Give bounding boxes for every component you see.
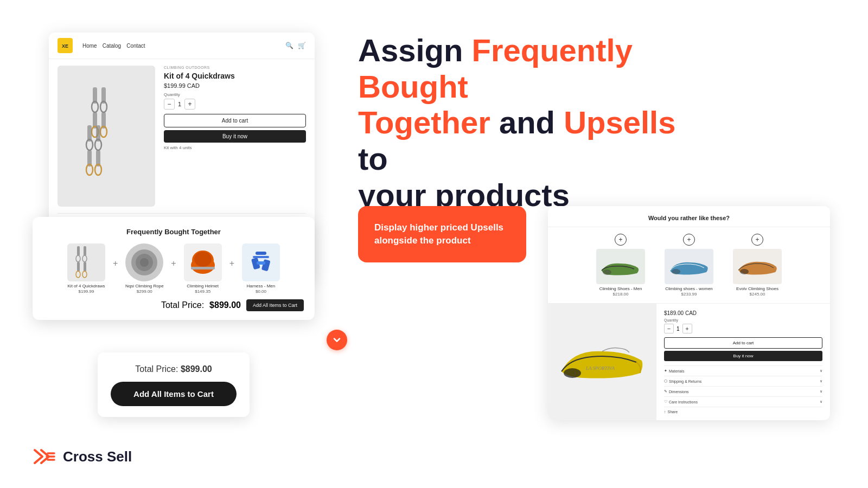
svg-point-19 — [76, 255, 80, 262]
qty-increase[interactable]: + — [184, 99, 195, 110]
shoe-shipping-icon: ⬡ — [664, 379, 667, 383]
upsell-product-1: + Climbing Shoes - Men $218.00 — [591, 234, 650, 297]
fbt-title: Frequently Bought Together — [43, 228, 304, 236]
svg-point-23 — [82, 255, 87, 262]
upsell-img-2 — [665, 249, 713, 284]
upsell-plus-icon-2[interactable]: + — [683, 234, 695, 246]
shoe-shipping-arrow: ∨ — [820, 379, 822, 383]
cart-icon[interactable]: 🛒 — [298, 42, 306, 49]
shoe-add-cart-button[interactable]: Add to cart — [664, 337, 822, 349]
product-brand: CLIMBING OUTDOORS — [164, 66, 306, 69]
brand-footer: Cross Sell — [33, 445, 132, 468]
shoe-materials-arrow: ∨ — [820, 369, 822, 373]
upsell-badge: Display higher priced Upsells alongside … — [358, 206, 526, 262]
fbt-products: Kit of 4 Quickdraws $199.99 + Nqsi Climb… — [43, 243, 304, 294]
shoe-acc-shipping[interactable]: ⬡ Shipping & Returns ∨ — [664, 376, 822, 386]
svg-rect-37 — [257, 261, 265, 265]
nav-catalog[interactable]: Catalog — [103, 43, 121, 49]
shoe-qty-increase[interactable]: + — [682, 324, 692, 333]
upsell-pname-2: Climbing shoes - women — [665, 286, 713, 292]
svg-point-31 — [194, 252, 212, 267]
brand-name: Cross Sell — [63, 448, 132, 465]
upsell-plus-icon-3[interactable]: + — [751, 234, 763, 246]
shoe-care-icon: ♡ — [664, 400, 667, 404]
qty-decrease[interactable]: − — [164, 99, 175, 110]
fbt-img-3 — [184, 243, 222, 281]
upsell-badge-text: Display higher priced Upsells alongside … — [374, 222, 503, 246]
shoe-price: $189.00 CAD — [664, 310, 822, 316]
svg-point-41 — [564, 368, 581, 378]
shoe-share-row[interactable]: ↑ Share — [664, 407, 822, 414]
svg-rect-22 — [84, 246, 86, 256]
shoe-materials-icon: ✦ — [664, 369, 667, 373]
svg-point-38 — [603, 269, 611, 275]
left-panel: XE Home Catalog Contact 🔍 🛒 — [33, 33, 336, 445]
big-add-card: Total Price: $899.00 Add All Items to Ca… — [98, 352, 250, 417]
upsell-img-3 — [733, 249, 782, 284]
nav-home[interactable]: Home — [82, 43, 97, 49]
upsell-plus-icon-1[interactable]: + — [615, 234, 627, 246]
nav-contact[interactable]: Contact — [126, 43, 145, 49]
upsell-product-2: + Climbing shoes - women $233.99 — [659, 234, 719, 297]
shoe-buy-now-button[interactable]: Buy it now — [664, 351, 822, 361]
buy-now-button[interactable]: Buy it now — [164, 130, 306, 143]
fbt-card: Frequently Bought Together Ki — [33, 217, 315, 320]
fbt-product-4: Harness - Men $0.00 — [237, 243, 285, 294]
svg-text:LA SPORTIVA: LA SPORTIVA — [585, 365, 615, 371]
shoe-dimensions-icon: ✎ — [664, 389, 667, 394]
shoe-care-arrow: ∨ — [820, 400, 822, 404]
fbt-summary: Total Price: $899.00 Add All Items to Ca… — [43, 299, 304, 311]
svg-point-25 — [82, 271, 87, 278]
nav-links: Home Catalog Contact — [82, 43, 145, 49]
shopify-logo: XE — [58, 38, 73, 53]
svg-point-21 — [76, 271, 80, 278]
svg-point-40 — [740, 269, 749, 274]
plus-2: + — [171, 259, 176, 268]
upsell-product-3: + Evolv Climbing Shoes $245.00 — [727, 234, 787, 297]
would-you-title: Would you rather like these? — [648, 215, 730, 221]
add-all-items-button[interactable]: Add All Items to Cart — [111, 382, 237, 406]
shoe-product-section: LA SPORTIVA $189.00 CAD Quantity − 1 + A… — [548, 303, 830, 420]
fbt-price-3: $149.35 — [195, 289, 210, 294]
upsell-pprice-2: $233.99 — [681, 292, 697, 297]
product-area: CLIMBING OUTDOORS Kit of 4 Quickdraws $1… — [49, 59, 315, 213]
fbt-name-3: Climbing Helmet — [187, 284, 219, 289]
collapse-chevron[interactable] — [327, 330, 347, 350]
fbt-total-price: $899.00 — [209, 300, 241, 310]
shoe-qty-decrease[interactable]: − — [664, 324, 674, 333]
svg-text:XE: XE — [62, 43, 68, 49]
shoe-share-icon: ↑ — [664, 410, 666, 414]
shoe-accordion: ✦ Materials ∨ ⬡ Shipping & Returns ∨ ✎ D… — [664, 365, 822, 414]
fbt-price-2: $299.00 — [137, 289, 152, 294]
upsell-card: Would you rather like these? + Climbing … — [548, 206, 830, 420]
upsell-img-1 — [596, 249, 645, 284]
fbt-price-4: $0.00 — [256, 289, 266, 294]
fbt-name-2: Nqsi Climbing Rope — [125, 284, 164, 289]
fbt-product-2: Nqsi Climbing Rope $299.00 — [120, 243, 169, 294]
fbt-img-2 — [125, 243, 163, 281]
fbt-name-4: Harness - Men — [247, 284, 275, 289]
upsell-pname-3: Evolv Climbing Shoes — [736, 286, 778, 292]
kit-note: Kit with 4 units — [164, 145, 306, 150]
shoe-dimensions-arrow: ∨ — [820, 389, 822, 394]
svg-rect-32 — [191, 267, 215, 269]
svg-rect-18 — [77, 246, 80, 256]
shoe-qty-control: − 1 + — [664, 324, 822, 333]
add-all-small-button[interactable]: Add All Items to Cart — [246, 299, 304, 311]
plus-3: + — [229, 259, 234, 268]
shoe-info-area: $189.00 CAD Quantity − 1 + Add to cart B… — [656, 304, 830, 420]
shoe-image-area: LA SPORTIVA — [548, 304, 656, 420]
shoe-share-label: Share — [668, 410, 678, 414]
svg-point-28 — [140, 258, 149, 267]
shoe-acc-care[interactable]: ♡ Care Instructions ∨ — [664, 396, 822, 407]
svg-rect-34 — [253, 256, 269, 258]
search-icon[interactable]: 🔍 — [285, 42, 293, 49]
product-image — [58, 66, 155, 207]
add-to-cart-button[interactable]: Add to cart — [164, 114, 306, 127]
upsell-pprice-1: $218.00 — [613, 292, 629, 297]
shoe-acc-dimensions[interactable]: ✎ Dimensions ∨ — [664, 386, 822, 396]
qty-value: 1 — [178, 101, 181, 107]
svg-point-39 — [672, 269, 680, 274]
shoe-acc-materials[interactable]: ✦ Materials ∨ — [664, 365, 822, 376]
shoe-qty-value: 1 — [676, 326, 680, 332]
